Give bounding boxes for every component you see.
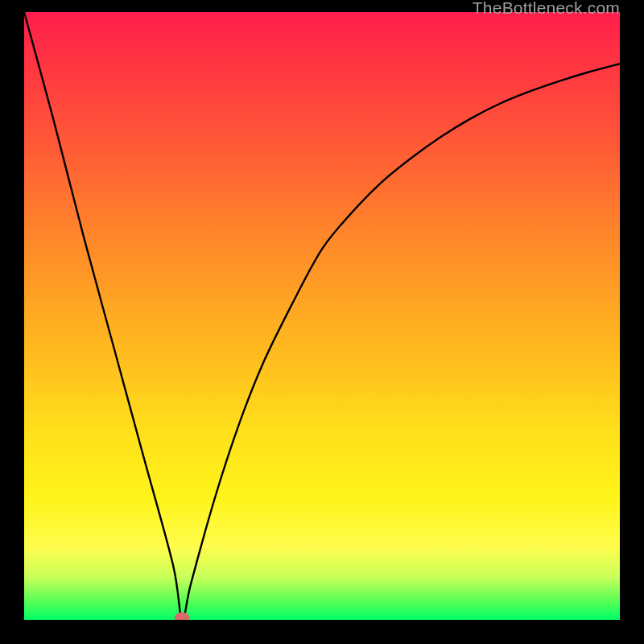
minimum-marker bbox=[175, 613, 189, 620]
plot-area bbox=[24, 12, 620, 620]
curve-path bbox=[24, 12, 620, 620]
bottleneck-curve bbox=[24, 12, 620, 620]
chart-frame: TheBottleneck.com bbox=[0, 0, 644, 644]
watermark-text: TheBottleneck.com bbox=[473, 0, 620, 16]
